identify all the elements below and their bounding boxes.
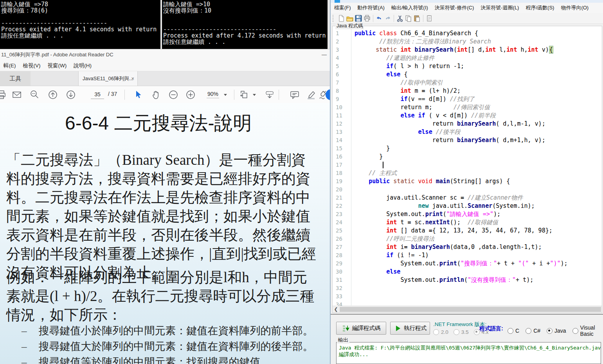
page-up-icon[interactable] xyxy=(48,90,58,100)
document-check-icon[interactable] xyxy=(426,15,433,22)
code-line[interactable] xyxy=(355,161,602,169)
pdf-menu-item-2[interactable]: 視窗(W) xyxy=(44,60,70,71)
fit-width-icon[interactable] xyxy=(239,90,250,100)
paragraph-line: 表示資料是在前半段，否則在後半段。然後繼續 xyxy=(6,226,316,245)
radio-icon[interactable] xyxy=(526,328,531,334)
code-line[interactable]: } xyxy=(355,153,602,161)
code-line[interactable]: System.out.print("搜尋到值："+ t + "(" + i +"… xyxy=(355,259,602,268)
code-line[interactable]: int i= binarySearh(data,0 ,data.length-1… xyxy=(355,243,602,251)
pdf-menu-item-1[interactable]: 檢視(V) xyxy=(20,60,44,71)
code-line[interactable]: System.out.print("請輸入鍵值 =>"); xyxy=(355,210,602,218)
page-down-icon[interactable] xyxy=(66,90,76,100)
close-icon[interactable]: × xyxy=(131,71,134,86)
page-number-input[interactable]: 35 xyxy=(91,90,104,99)
code-line[interactable]: public class Ch6_6_4_BinarySearch { xyxy=(355,29,602,38)
hand-tool-icon[interactable] xyxy=(151,90,161,100)
net-option-2-0[interactable]: 2.0 xyxy=(433,329,448,335)
code-line[interactable]: return binarySearh( d,m+1,h, v); xyxy=(355,136,602,144)
code-line[interactable]: if (i != -1) xyxy=(355,251,602,259)
zoom-in-icon[interactable] xyxy=(185,90,196,100)
email-icon[interactable] xyxy=(12,90,22,100)
paste-icon[interactable] xyxy=(414,15,421,22)
new-file-icon[interactable] xyxy=(338,15,345,22)
tab-document[interactable]: JavaSE11_06陣列與... × xyxy=(78,71,138,86)
code-line[interactable]: public static void main(String[] args) { xyxy=(355,177,602,186)
open-folder-icon[interactable] xyxy=(346,15,353,22)
code-line[interactable]: int [] data ={ 12, 13, 24, 35, 44, 67, 7… xyxy=(355,227,602,235)
code-line[interactable] xyxy=(355,301,602,306)
pdf-titlebar[interactable]: 11_06陣列與字串.pdf - Adobe Acrobat Reader DC… xyxy=(0,49,330,60)
radio-icon[interactable] xyxy=(454,329,459,335)
code-line[interactable]: java.util.Scanner sc = //建立Scanner物件 xyxy=(355,194,602,202)
code-line[interactable]: else { xyxy=(355,70,602,79)
net-option-3-5[interactable]: 3.5 xyxy=(454,329,469,335)
code-line[interactable]: else if ( v < d[m]) //前半段 xyxy=(355,112,602,120)
code-line[interactable] xyxy=(355,284,602,292)
undo-icon[interactable] xyxy=(376,15,383,22)
code-editor[interactable]: 1234567891011121314151617181920212223242… xyxy=(332,26,602,313)
run-button[interactable]: 執行程式 xyxy=(390,322,430,335)
code-line[interactable] xyxy=(355,292,602,301)
code-line[interactable]: // 主程式 xyxy=(355,169,602,177)
print-icon[interactable] xyxy=(0,90,6,100)
lang-option-visual-basic[interactable]: Visual Basic xyxy=(572,324,603,337)
minimize-button[interactable]: — xyxy=(322,49,327,60)
lang-option-c-[interactable]: C# xyxy=(526,324,540,337)
horizontal-scrollbar[interactable]: ❮ xyxy=(333,306,602,313)
radio-icon[interactable] xyxy=(474,329,480,335)
ide-menu-item-4[interactable]: 決策符號-迴圈(L) xyxy=(481,3,519,13)
print-icon[interactable] xyxy=(364,15,371,22)
code-line[interactable]: //取得中間索引 xyxy=(355,79,602,87)
code-line[interactable]: else //後半段 xyxy=(355,128,602,136)
code-line[interactable]: //呼叫二元搜尋法 xyxy=(355,235,602,243)
ide-menu-item-1[interactable]: 動作符號(A) xyxy=(358,3,385,13)
code-line[interactable]: //遞迴的終止條件 xyxy=(355,54,602,62)
comment-icon[interactable] xyxy=(290,90,300,100)
lang-option-java[interactable]: Java xyxy=(547,324,566,337)
scroll-left-arrow[interactable]: ❮ xyxy=(333,306,339,313)
compile-button[interactable]: 011001 編譯程式碼 xyxy=(336,322,386,335)
code-line[interactable]: if( l > h ) return -1; xyxy=(355,62,602,70)
search-icon[interactable] xyxy=(29,90,40,100)
code-line[interactable]: return m; //傳回索引值 xyxy=(355,103,602,112)
code-line[interactable]: new java.util.Scanner(System.in); xyxy=(355,202,602,210)
pdf-menu-item-0[interactable]: 輯(E) xyxy=(0,60,20,71)
zoom-out-icon[interactable] xyxy=(168,90,178,100)
radio-icon[interactable] xyxy=(547,328,553,334)
reading-mode-icon[interactable] xyxy=(265,90,275,100)
pdf-menu-item-3[interactable]: 說明(H) xyxy=(70,60,95,71)
code-line[interactable]: else xyxy=(355,268,602,276)
ide-menu-item-2[interactable]: 輸出/輸入符號(I) xyxy=(391,3,428,13)
panel-splitter[interactable] xyxy=(331,314,603,315)
code-line[interactable]: int m = (l+ h)/2; xyxy=(355,87,602,95)
code-area[interactable]: 1234567891011121314151617181920212223242… xyxy=(333,26,602,306)
ide-menu-item-6[interactable]: 物件導向(O) xyxy=(561,3,589,13)
ide-menu-item-3[interactable]: 決策符號-條件(C) xyxy=(435,3,474,13)
chevron-down-icon[interactable] xyxy=(224,94,227,96)
code-line[interactable]: } xyxy=(355,144,602,153)
lang-option-c[interactable]: C xyxy=(508,324,519,337)
code-line[interactable] xyxy=(355,186,602,194)
code-lines[interactable]: public class Ch6_6_4_BinarySearch { //類別… xyxy=(355,29,602,306)
scrollbar-thumb[interactable] xyxy=(340,307,601,312)
cut-icon[interactable] xyxy=(396,15,403,22)
chevron-down-icon[interactable] xyxy=(253,94,256,96)
radio-icon[interactable] xyxy=(508,328,513,334)
code-line[interactable]: static int binarySearh(int[] d,int l,int… xyxy=(355,46,602,54)
code-line[interactable]: System.out.println("沒有搜尋到值："+ t); xyxy=(355,276,602,284)
code-line[interactable]: //類別方法：二元搜尋法Binary Search xyxy=(355,38,602,46)
save-icon[interactable] xyxy=(355,15,362,22)
code-line[interactable]: int t = sc.nextInt(); //取得鍵值 xyxy=(355,218,602,227)
zoom-level-select[interactable]: 90% xyxy=(207,91,219,98)
highlighter-icon[interactable] xyxy=(306,90,316,100)
code-line[interactable]: return binarySearh( d,l,m-1, v); xyxy=(355,120,602,128)
redo-icon[interactable] xyxy=(384,15,391,22)
radio-icon[interactable] xyxy=(433,329,439,335)
code-line[interactable]: if(v == d[m]) //找到了 xyxy=(355,95,602,103)
tab-tools[interactable]: 工具 xyxy=(0,71,31,86)
ide-menu-item-5[interactable]: 程序/函數(S) xyxy=(526,3,554,13)
copy-icon[interactable] xyxy=(405,15,412,22)
ide-menu-item-0[interactable]: 檔案(F) xyxy=(334,3,351,13)
select-cursor-icon[interactable] xyxy=(133,90,143,100)
radio-icon[interactable] xyxy=(572,328,578,334)
